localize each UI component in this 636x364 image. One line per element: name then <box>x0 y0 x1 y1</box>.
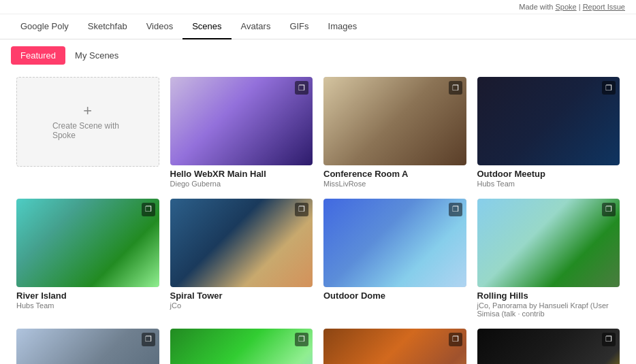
scene-image-morning-dew: ❐ <box>323 329 466 364</box>
scene-image-rolling-hills: ❐ <box>477 199 620 287</box>
scene-title-hello-webxr: Hello WebXR Main Hall <box>170 169 313 179</box>
scene-author-outdoor-meetup: Hubs Team <box>477 180 620 188</box>
copy-icon-spiral-tower[interactable]: ❐ <box>295 203 308 216</box>
plus-icon: + <box>83 103 92 118</box>
scene-card-outdoor-dome[interactable]: ❐Outdoor Dome <box>318 193 472 323</box>
copy-icon-outdoor-meetup[interactable]: ❐ <box>602 81 616 95</box>
copy-icon-peaceful-mountain[interactable]: ❐ <box>295 333 308 346</box>
tab-featured[interactable]: Featured <box>11 46 65 65</box>
copy-icon-rolling-hills[interactable]: ❐ <box>602 203 616 216</box>
tabs-bar: Featured My Scenes <box>0 39 636 71</box>
scene-card-hello-webxr[interactable]: ❐Hello WebXR Main HallDiego Guberna <box>165 71 319 193</box>
scene-title-conference-room: Conference Room A <box>323 169 466 179</box>
nav-item-videos[interactable]: Videos <box>137 14 183 39</box>
scenes-grid: + Create Scene with Spoke ❐Hello WebXR M… <box>0 71 636 364</box>
report-issue-link[interactable]: Report Issue <box>583 3 625 11</box>
separator: | <box>577 3 583 11</box>
scene-bg-outdoor-meetup <box>477 77 620 165</box>
nav-item-scenes[interactable]: Scenes <box>182 14 231 39</box>
top-bar: Made with Spoke | Report Issue <box>0 0 636 14</box>
scene-image-conference-room: ❐ <box>323 77 466 165</box>
create-scene-content: + Create Scene with Spoke <box>52 103 123 140</box>
nav-item-gifs[interactable]: GIFs <box>280 14 318 39</box>
create-scene-card[interactable]: + Create Scene with Spoke <box>11 71 165 193</box>
nav-item-sketchfab[interactable]: Sketchfab <box>78 14 137 39</box>
scene-card-rolling-hills[interactable]: ❐Rolling HillsjCo, Panorama by Hansueli … <box>472 193 626 323</box>
scene-image-hello-webxr: ❐ <box>170 77 313 165</box>
scene-image-river-island: ❐ <box>16 199 159 287</box>
copy-icon-morning-dew[interactable]: ❐ <box>449 333 462 346</box>
scene-bg-foggy-lake <box>16 329 159 364</box>
tab-my-scenes[interactable]: My Scenes <box>72 46 121 65</box>
scene-bg-outdoor-dome <box>323 199 466 287</box>
scene-image-outdoor-dome: ❐ <box>323 199 466 287</box>
copy-icon-foggy-lake[interactable]: ❐ <box>142 333 155 346</box>
scene-card-conference-room[interactable]: ❐Conference Room AMissLivRose <box>318 71 472 193</box>
create-scene-inner[interactable]: + Create Scene with Spoke <box>16 77 159 167</box>
scene-bg-river-island <box>16 199 159 287</box>
scene-image-peaceful-mountain: ❐ <box>170 329 313 364</box>
scene-image-atmosphere-lounge: ❐ <box>477 329 620 364</box>
scene-author-hello-webxr: Diego Guberna <box>170 180 313 188</box>
nav-item-avatars[interactable]: Avatars <box>232 14 281 39</box>
main-nav: Google PolySketchfabVideosScenesAvatarsG… <box>0 14 636 39</box>
spoke-link[interactable]: Spoke <box>555 3 576 11</box>
nav-item-google-poly[interactable]: Google Poly <box>11 14 78 39</box>
scene-author-spiral-tower: jCo <box>170 301 313 310</box>
nav-item-images[interactable]: Images <box>319 14 367 39</box>
scene-author-conference-room: MissLivRose <box>323 180 466 188</box>
scene-bg-spiral-tower <box>170 199 313 287</box>
copy-icon-river-island[interactable]: ❐ <box>142 203 155 216</box>
made-with-text: Made with <box>519 3 553 11</box>
scene-card-peaceful-mountain[interactable]: ❐Peaceful Mountain VillagejCo <box>165 323 319 364</box>
scene-card-outdoor-meetup[interactable]: ❐Outdoor MeetupHubs Team <box>472 71 626 193</box>
copy-icon-hello-webxr[interactable]: ❐ <box>295 81 308 95</box>
scene-bg-peaceful-mountain <box>170 329 313 364</box>
scene-bg-hello-webxr <box>170 77 313 165</box>
scene-title-river-island: River Island <box>16 291 159 301</box>
scene-card-foggy-lake[interactable]: ❐Foggy LakeRobert Lang <box>11 323 165 364</box>
scene-bg-rolling-hills <box>477 199 620 287</box>
scene-image-spiral-tower: ❐ <box>170 199 313 287</box>
scene-title-outdoor-meetup: Outdoor Meetup <box>477 169 620 179</box>
scene-author-river-island: Hubs Team <box>16 301 159 310</box>
copy-icon-conference-room[interactable]: ❐ <box>449 81 462 95</box>
scene-card-spiral-tower[interactable]: ❐Spiral TowerjCo <box>165 193 319 323</box>
scene-bg-atmosphere-lounge <box>477 329 620 364</box>
scene-bg-conference-room <box>323 77 466 165</box>
scene-author-rolling-hills: jCo, Panorama by Hansueli Krapf (User Si… <box>477 301 620 318</box>
scene-card-morning-dew[interactable]: ❐morning dewiC <box>318 323 472 364</box>
scene-title-outdoor-dome: Outdoor Dome <box>323 291 466 301</box>
scene-title-rolling-hills: Rolling Hills <box>477 291 620 301</box>
scene-title-spiral-tower: Spiral Tower <box>170 291 313 301</box>
scene-bg-morning-dew <box>323 329 466 364</box>
scene-image-outdoor-meetup: ❐ <box>477 77 620 165</box>
create-scene-label: Create Scene with Spoke <box>52 121 123 140</box>
copy-icon-atmosphere-lounge[interactable]: ❐ <box>602 333 616 346</box>
copy-icon-outdoor-dome[interactable]: ❐ <box>449 203 462 216</box>
scene-card-atmosphere-lounge[interactable]: ❐Atmosphere LoungeT. Shawn Johnson (Whys… <box>472 323 626 364</box>
scene-card-river-island[interactable]: ❐River IslandHubs Team <box>11 193 165 323</box>
scene-image-foggy-lake: ❐ <box>16 329 159 364</box>
